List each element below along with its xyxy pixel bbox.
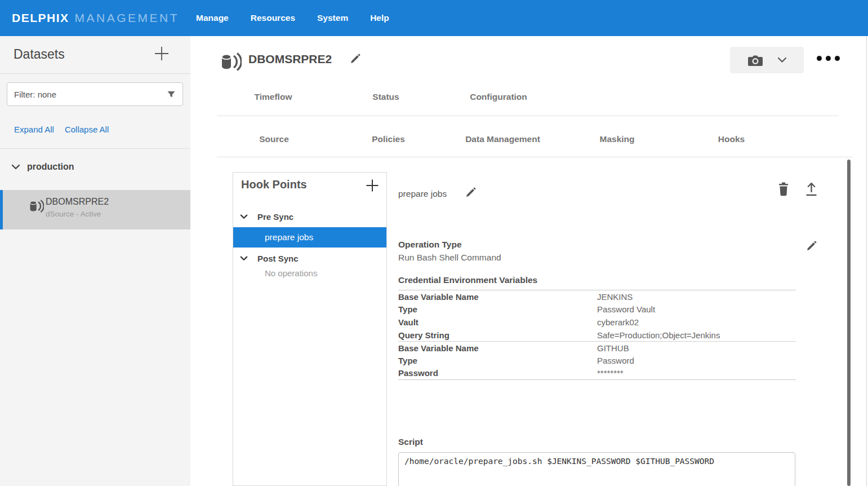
credentials-table: Base Variable Name JENKINS Type Password…	[398, 290, 796, 380]
scrollbar-track-border	[866, 36, 867, 486]
dataset-name: DBOMSRPRE2	[46, 197, 109, 207]
dataset-filter[interactable]	[7, 82, 183, 106]
edit-operation-button[interactable]	[805, 240, 817, 252]
chevron-down-icon[interactable]	[11, 164, 20, 170]
table-row: Base Variable Name JENKINS	[398, 290, 796, 303]
top-navbar: DELPHIX MANAGEMENT Manage Resources Syst…	[0, 0, 868, 36]
tab-policies[interactable]: Policies	[331, 126, 446, 152]
tab-status[interactable]: Status	[330, 85, 442, 109]
script-section-title: Script	[398, 437, 423, 447]
pencil-icon	[805, 240, 817, 252]
chevron-down-icon	[777, 57, 787, 63]
credential-label: Type	[398, 356, 597, 365]
divider	[217, 116, 839, 116]
hook-points-panel: Hook Points Pre Sync prepare jobs	[233, 172, 387, 486]
filter-input[interactable]	[14, 90, 167, 99]
pencil-icon	[465, 187, 477, 198]
credential-label: Password	[398, 368, 597, 378]
funnel-icon[interactable]	[167, 90, 176, 99]
trash-icon	[777, 182, 790, 197]
page-title: DBOMSRPRE2	[248, 52, 332, 66]
main-content: DBOMSRPRE2	[190, 36, 868, 486]
vertical-scrollbar-thumb[interactable]	[847, 160, 851, 486]
dsource-icon	[219, 50, 242, 74]
nav-item-system[interactable]: System	[317, 13, 348, 23]
credential-value: JENKINS	[597, 292, 796, 302]
table-row: Type Password Vault	[398, 303, 796, 316]
more-actions-button[interactable]	[817, 56, 840, 61]
table-row: Password ********	[398, 367, 796, 380]
table-row: Base Variable Name GITHUB	[398, 341, 796, 354]
hook-group-post-sync[interactable]: Post Sync	[233, 250, 386, 266]
configuration-subtabs: Source Policies Data Management Masking …	[217, 126, 789, 152]
sidebar-item-dbomsrpre2[interactable]: DBOMSRPRE2 dSource - Active	[0, 190, 190, 229]
export-hook-button[interactable]	[804, 181, 818, 197]
operation-type-label: Operation Type	[398, 240, 462, 250]
hook-item-prepare-jobs[interactable]: prepare jobs	[233, 227, 386, 248]
credential-label: Vault	[398, 317, 597, 327]
camera-icon	[747, 54, 763, 67]
credential-value: ********	[597, 368, 796, 378]
ellipsis-icon	[835, 56, 840, 61]
logo-primary: DELPHIX	[12, 11, 69, 25]
edit-title-button[interactable]	[349, 53, 361, 65]
credential-value: Safe=Production;Object=Jenkins	[597, 330, 796, 340]
credential-label: Type	[398, 304, 597, 314]
pencil-icon	[349, 53, 361, 65]
dsource-icon	[28, 198, 44, 214]
operation-type-value: Run Bash Shell Command	[398, 253, 501, 263]
collapse-all-link[interactable]: Collapse All	[65, 125, 109, 134]
nav-item-resources[interactable]: Resources	[251, 13, 295, 23]
tab-data-management[interactable]: Data Management	[446, 126, 560, 152]
app-window: DELPHIX MANAGEMENT Manage Resources Syst…	[0, 0, 868, 486]
credentials-section-title: Credential Environment Variables	[398, 275, 537, 285]
chevron-down-icon[interactable]	[240, 214, 248, 219]
add-dataset-button[interactable]	[153, 45, 170, 62]
credential-value: GITHUB	[597, 343, 796, 353]
tree-actions: Expand All Collapse All	[14, 125, 109, 134]
tab-source[interactable]: Source	[217, 126, 331, 152]
no-operations-label: No operations	[265, 268, 317, 278]
upload-icon	[804, 181, 818, 197]
expand-all-link[interactable]: Expand All	[14, 125, 54, 134]
add-hook-button[interactable]	[365, 178, 380, 193]
ellipsis-icon	[826, 56, 831, 61]
hook-group-label: Post Sync	[257, 254, 299, 263]
credential-value: Password	[597, 356, 796, 365]
divider	[0, 148, 190, 149]
table-row: Type Password	[398, 354, 796, 367]
plus-icon	[365, 178, 380, 193]
tab-hooks[interactable]: Hooks	[674, 126, 789, 152]
primary-tabs: Timeflow Status Configuration	[217, 85, 555, 109]
delete-hook-button[interactable]	[777, 182, 790, 197]
sidebar-header: Datasets	[0, 36, 190, 74]
credential-label: Base Variable Name	[398, 292, 597, 302]
tab-masking[interactable]: Masking	[560, 126, 674, 152]
credential-label: Query String	[398, 330, 597, 340]
hook-points-title: Hook Points	[241, 178, 307, 191]
tree-group-production[interactable]: production	[0, 159, 190, 175]
chevron-down-icon[interactable]	[240, 256, 248, 261]
logo-secondary: MANAGEMENT	[75, 11, 180, 25]
tab-timeflow[interactable]: Timeflow	[217, 85, 330, 109]
credential-value: cyberark02	[597, 317, 796, 327]
hook-group-pre-sync[interactable]: Pre Sync	[233, 209, 386, 224]
hook-group-label: Pre Sync	[257, 212, 293, 222]
plus-icon	[153, 45, 170, 62]
datasets-sidebar: Datasets Expand All Collapse All	[0, 36, 190, 486]
nav-item-manage[interactable]: Manage	[196, 13, 229, 23]
sidebar-title: Datasets	[14, 36, 65, 72]
navbar-menu: Manage Resources System Help	[196, 13, 411, 23]
table-row: Query String Safe=Production;Object=Jenk…	[398, 329, 796, 342]
delphix-logo[interactable]: DELPHIX MANAGEMENT	[12, 11, 179, 25]
divider	[217, 157, 852, 157]
edit-hook-name-button[interactable]	[465, 187, 477, 198]
ellipsis-icon	[817, 56, 822, 61]
nav-item-help[interactable]: Help	[370, 13, 389, 23]
tab-configuration[interactable]: Configuration	[442, 85, 555, 109]
credential-value: Password Vault	[597, 304, 796, 314]
snapshot-button[interactable]	[730, 47, 804, 73]
script-editor[interactable]: /home/oracle/prepare_jobs.sh $JENKINS_PA…	[398, 452, 795, 486]
credential-label: Base Variable Name	[398, 343, 597, 353]
table-row: Vault cyberark02	[398, 316, 796, 329]
